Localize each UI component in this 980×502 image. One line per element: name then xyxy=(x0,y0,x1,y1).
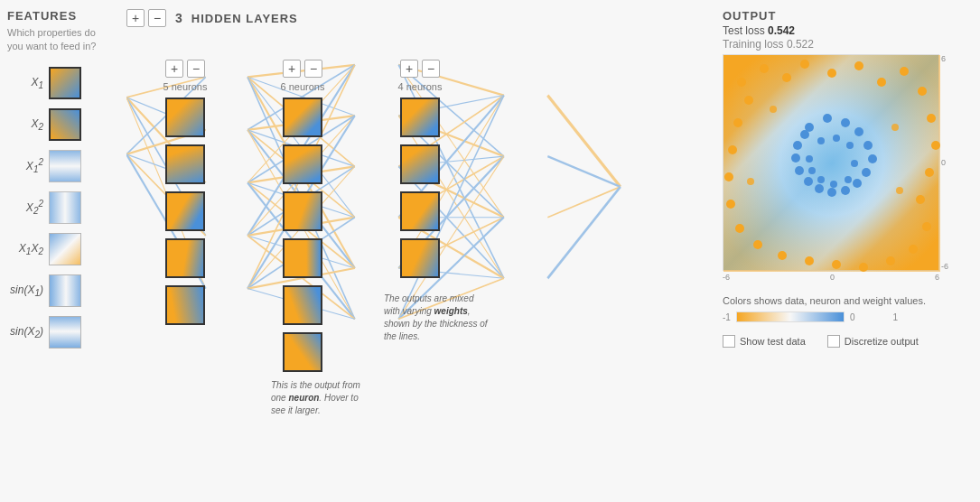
layer3-neurons xyxy=(400,98,440,278)
layer-1: + − 5 neurons xyxy=(126,60,244,417)
feature-x2[interactable]: X2 xyxy=(7,108,110,141)
discretize-output-checkbox[interactable] xyxy=(827,335,840,348)
scatter-plot xyxy=(723,55,940,272)
feature-x2sq-label: X22 xyxy=(7,199,43,216)
svg-point-119 xyxy=(851,160,858,167)
svg-point-90 xyxy=(735,224,744,233)
layer2-add-neuron[interactable]: + xyxy=(283,60,301,78)
neuron-l3-2[interactable] xyxy=(400,144,440,184)
svg-point-87 xyxy=(805,256,814,265)
feature-sinx1[interactable]: sin(X1) xyxy=(7,274,110,307)
svg-point-93 xyxy=(728,145,737,154)
layer1-add-neuron[interactable]: + xyxy=(165,60,183,78)
feature-x2-label: X2 xyxy=(7,117,43,132)
feature-x2sq[interactable]: X22 xyxy=(7,191,110,224)
hidden-layers-title: HIDDEN LAYERS xyxy=(191,12,298,25)
neuron-l2-2[interactable] xyxy=(283,144,322,184)
svg-point-120 xyxy=(845,176,852,183)
feature-x1x2[interactable]: X1X2 xyxy=(7,233,110,265)
feature-sinx2[interactable]: sin(X2) xyxy=(7,316,110,349)
neuron-l2-3[interactable] xyxy=(283,191,322,231)
output-title: OUTPUT xyxy=(723,9,971,23)
output-panel: OUTPUT Test loss 0.542 Training loss 0.5… xyxy=(714,9,980,502)
feature-x1-thumb[interactable] xyxy=(49,67,81,99)
features-subtitle: Which properties do you want to feed in? xyxy=(7,26,110,54)
neuron-l3-1[interactable] xyxy=(400,98,440,137)
y-axis-max: 6 xyxy=(941,54,948,63)
feature-x1sq-thumb[interactable] xyxy=(49,150,81,182)
layer2-remove-neuron[interactable]: − xyxy=(304,60,322,78)
layer3-add-neuron[interactable]: + xyxy=(400,60,418,78)
svg-point-105 xyxy=(868,154,877,163)
x-axis-mid: 0 xyxy=(830,273,835,282)
neuron-l2-4[interactable] xyxy=(283,238,322,278)
feature-x1sq[interactable]: X12 xyxy=(7,150,110,182)
neuron-l1-1[interactable] xyxy=(165,98,205,137)
neuron-l1-3[interactable] xyxy=(165,191,205,231)
feature-x2sq-thumb[interactable] xyxy=(49,191,81,224)
layer-controls: + − xyxy=(126,9,166,27)
layer1-remove-neuron[interactable]: − xyxy=(187,60,205,78)
feature-x2-thumb[interactable] xyxy=(49,108,81,141)
svg-point-110 xyxy=(815,184,824,193)
feature-sinx1-thumb[interactable] xyxy=(49,274,81,307)
svg-point-78 xyxy=(927,114,936,123)
add-layer-button[interactable]: + xyxy=(126,9,145,27)
feature-sinx1-label: sin(X1) xyxy=(7,284,43,298)
discretize-output-item[interactable]: Discretize output xyxy=(827,335,919,348)
neuron-l2-1[interactable] xyxy=(283,98,322,137)
feature-sinx2-thumb[interactable] xyxy=(49,316,81,349)
svg-point-77 xyxy=(918,87,927,96)
svg-point-70 xyxy=(760,64,769,73)
callout-neuron-output: This is the output from one neuron. Hove… xyxy=(271,379,370,417)
svg-point-108 xyxy=(841,186,850,195)
neuron-l3-3[interactable] xyxy=(400,191,440,231)
svg-point-109 xyxy=(827,188,836,197)
svg-point-123 xyxy=(808,167,816,174)
neuron-l1-4[interactable] xyxy=(165,238,205,278)
svg-point-103 xyxy=(854,127,863,136)
network-visualization: + − 5 neurons + − xyxy=(126,34,714,502)
feature-sinx2-label: sin(X2) xyxy=(7,325,43,339)
neuron-l1-2[interactable] xyxy=(165,144,205,184)
neuron-l2-5[interactable] xyxy=(283,285,322,325)
train-loss-line: Training loss 0.522 xyxy=(723,38,971,51)
svg-point-98 xyxy=(891,124,899,131)
remove-layer-button[interactable]: − xyxy=(148,9,166,27)
x-axis-max: 6 xyxy=(935,273,939,282)
svg-point-115 xyxy=(800,130,809,139)
layer-3: + − 4 neurons The outputs are mixed with… xyxy=(361,60,479,417)
show-test-data-label: Show test data xyxy=(740,336,806,347)
layer1-label: 5 neurons xyxy=(163,81,208,92)
color-bar-left: -1 xyxy=(723,312,731,322)
test-loss-line: Test loss 0.542 xyxy=(723,24,971,37)
layer2-controls: + − xyxy=(283,60,322,78)
layer-2: + − 6 neurons This is the output xyxy=(244,60,361,417)
svg-rect-68 xyxy=(723,55,940,272)
layer3-remove-neuron[interactable]: − xyxy=(422,60,440,78)
svg-point-94 xyxy=(733,118,742,127)
show-test-data-item[interactable]: Show test data xyxy=(723,335,806,348)
svg-point-104 xyxy=(863,141,873,150)
svg-point-111 xyxy=(804,177,813,186)
svg-point-107 xyxy=(853,179,862,188)
color-legend-title: Colors shows data, neuron and weight val… xyxy=(723,294,971,308)
neuron-l3-4[interactable] xyxy=(400,238,440,278)
layer2-neurons xyxy=(283,98,322,372)
svg-point-112 xyxy=(795,166,804,175)
layer3-controls: + − xyxy=(400,60,440,78)
svg-point-85 xyxy=(859,263,868,272)
neuron-l2-6[interactable] xyxy=(283,332,322,372)
svg-point-114 xyxy=(793,141,802,150)
show-test-data-checkbox[interactable] xyxy=(723,335,735,348)
feature-x1[interactable]: X1 xyxy=(7,67,110,99)
x-axis-min: -6 xyxy=(723,273,730,282)
train-loss-label: Training loss xyxy=(723,38,787,51)
color-bar-right: 1 xyxy=(892,312,898,322)
svg-point-89 xyxy=(753,240,762,249)
svg-point-117 xyxy=(833,135,840,142)
neuron-l1-5[interactable] xyxy=(165,285,205,325)
feature-x1x2-thumb[interactable] xyxy=(49,233,81,265)
svg-point-97 xyxy=(747,178,754,185)
features-panel: FEATURES Which properties do you want to… xyxy=(0,9,117,502)
